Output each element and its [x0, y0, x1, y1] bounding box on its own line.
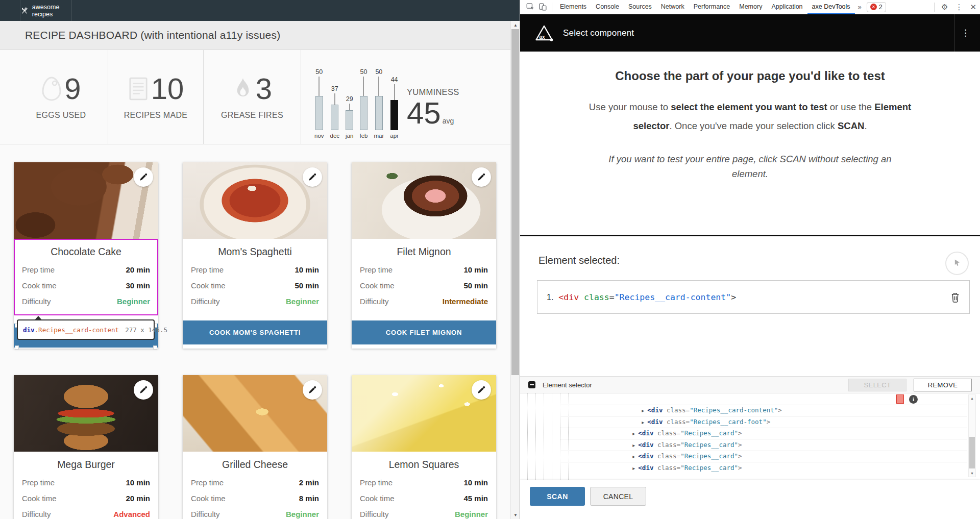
cook-value: 30 min: [126, 278, 150, 293]
prep-value: 10 min: [463, 475, 488, 490]
recipe-photo-grilled-cheese: [183, 375, 327, 452]
difficulty-label: Difficulty: [191, 506, 219, 519]
edit-recipe-button[interactable]: [472, 167, 491, 187]
toolbar-divider: [934, 3, 935, 12]
prep-label: Prep time: [22, 262, 55, 278]
node-tag: <div: [638, 464, 657, 472]
info-icon[interactable]: i: [909, 395, 918, 404]
tree-node-card-foot[interactable]: ▸<div class="Recipes__card-foot">: [560, 405, 967, 417]
edit-recipe-button[interactable]: [134, 380, 153, 400]
tab-sources[interactable]: Sources: [624, 0, 656, 14]
disclosure-triangle-icon[interactable]: ▸: [632, 465, 635, 471]
recipe-card-content[interactable]: Chocolate Cake Prep time20 min Cook time…: [14, 239, 158, 315]
cancel-button[interactable]: CANCEL: [590, 487, 646, 506]
difficulty-label: Difficulty: [22, 506, 51, 519]
axe-panel-header: ax Select component ⋮: [520, 14, 980, 52]
difficulty-label: Difficulty: [360, 293, 388, 309]
tree-node-card-content[interactable]: ▸<div class="Recipes__card-content"> i: [560, 393, 967, 405]
code-space: [579, 292, 584, 302]
recipe-photo-moms-spaghetti: [183, 162, 327, 239]
scan-button[interactable]: SCAN: [530, 487, 585, 506]
recipe-card-content[interactable]: Filet Mignon Prep time10 min Cook time50…: [352, 239, 496, 311]
brand[interactable]: awesome recipes: [20, 0, 72, 21]
recipe-card-content[interactable]: Grilled Cheese Prep time2 min Cook time8…: [183, 452, 327, 519]
edit-recipe-button[interactable]: [303, 380, 322, 400]
screen: awesome recipes RECIPE DASHBOARD (with i…: [0, 0, 980, 519]
tab-network[interactable]: Network: [656, 0, 689, 14]
delete-selection-button[interactable]: [950, 292, 960, 303]
recipe-card-content[interactable]: Mom's Spaghetti Prep time10 min Cook tim…: [183, 239, 327, 311]
inspect-tooltip: div.Recipes__card-content277 x 146.5: [17, 319, 155, 340]
cook-recipe-button[interactable]: COOK MOM'S SPAGHETTI: [183, 320, 327, 344]
tree-node-card[interactable]: ▸<div class="Recipes__card">: [560, 416, 967, 428]
cook-value: 50 min: [463, 278, 488, 293]
inspect-element-icon[interactable]: [524, 1, 536, 13]
element-selector-label: Element selector: [543, 381, 592, 389]
difficulty-value: Beginner: [286, 293, 319, 309]
recipe-card-content[interactable]: Mega Burger Prep time10 min Cook time20 …: [14, 452, 158, 519]
bar-value: 50: [375, 68, 382, 76]
node-value: "Recipes__card": [680, 464, 738, 472]
bar-month: nov: [314, 133, 324, 139]
edit-recipe-button[interactable]: [303, 167, 322, 187]
cook-label: Cook time: [22, 278, 57, 293]
page-scrollbar[interactable]: ▲ ▼: [510, 21, 520, 519]
tree-scroll-up-arrow[interactable]: ▲: [969, 395, 975, 402]
bar-month: feb: [359, 133, 368, 139]
cook-recipe-button[interactable]: COOK FILET MIGNON: [352, 320, 496, 344]
prep-value: 10 min: [126, 475, 150, 490]
tab-axe-devtools[interactable]: axe DevTools: [807, 0, 855, 14]
tree-node-card[interactable]: ▸<div class="Recipes__card">: [560, 428, 967, 440]
scrollbar-up-arrow[interactable]: ▲: [511, 21, 520, 29]
error-badge[interactable]: ✕ 2: [867, 2, 886, 12]
flame-icon: [232, 76, 254, 102]
cook-value: 45 min: [463, 490, 488, 506]
scrollbar-thumb[interactable]: [511, 29, 519, 375]
scrollbar-down-arrow[interactable]: ▼: [511, 511, 520, 519]
intro-italic-note: If you want to test your entire page, cl…: [592, 152, 909, 181]
edit-recipe-button[interactable]: [134, 167, 153, 187]
tab-elements[interactable]: Elements: [555, 0, 591, 14]
selection-handle: [153, 345, 157, 350]
stat-label: RECIPES MADE: [124, 111, 188, 120]
intro-text: . Once you've made your selection click: [669, 120, 838, 131]
edit-recipe-button[interactable]: [472, 380, 491, 400]
devtools-pane: Elements Console Sources Network Perform…: [520, 0, 980, 519]
yumminess-average-suffix: avg: [443, 117, 454, 125]
recipe-card-filet-mignon: Filet Mignon Prep time10 min Cook time50…: [352, 162, 496, 349]
recipe-card-content[interactable]: Lemon Squares Prep time10 min Cook time4…: [352, 452, 496, 519]
pencil-icon: [476, 172, 486, 182]
settings-gear-icon[interactable]: ⚙: [938, 3, 951, 12]
section-divider: [520, 235, 980, 236]
pencil-icon: [307, 172, 317, 182]
devtools-kebab-menu-icon[interactable]: ⋮: [951, 3, 966, 12]
tree-scroll-thumb[interactable]: [969, 437, 975, 468]
remove-button[interactable]: REMOVE: [914, 379, 972, 391]
prep-label: Prep time: [360, 262, 393, 278]
axe-kebab-menu-icon[interactable]: ⋮: [954, 14, 976, 52]
tooltip-selector: .Recipes__card-content: [35, 326, 119, 334]
more-tabs-icon[interactable]: »: [855, 3, 865, 11]
tooltip-tag: div: [23, 326, 35, 334]
element-picker-button[interactable]: [945, 252, 969, 275]
recipe-title: Grilled Cheese: [191, 459, 319, 471]
bar-value: 29: [346, 95, 353, 103]
stat-recipes-made: 10 RECIPES MADE: [108, 50, 204, 144]
devtools-close-icon[interactable]: ✕: [966, 3, 980, 12]
tree-node-card[interactable]: ▸<div class="Recipes__card">: [560, 439, 967, 451]
select-button[interactable]: SELECT: [848, 379, 906, 391]
tree-scrollbar[interactable]: ▲ ▼: [968, 394, 976, 477]
tab-console[interactable]: Console: [591, 0, 624, 14]
tab-memory[interactable]: Memory: [734, 0, 767, 14]
error-icon: ✕: [870, 4, 877, 10]
bar-dec: 37 dec: [330, 85, 340, 139]
prep-value: 10 min: [295, 262, 319, 278]
selected-element-code: 1.<div class="Recipes__card-content">: [547, 292, 736, 302]
tab-performance[interactable]: Performance: [689, 0, 735, 14]
tab-application[interactable]: Application: [767, 0, 807, 14]
intro-text: .: [864, 120, 867, 131]
tree-scroll-down-arrow[interactable]: ▼: [969, 470, 975, 477]
device-toolbar-icon[interactable]: [536, 1, 549, 13]
recipe-title: Mom's Spaghetti: [191, 246, 319, 258]
tree-node-card[interactable]: ▸<div class="Recipes__card">: [560, 451, 967, 463]
